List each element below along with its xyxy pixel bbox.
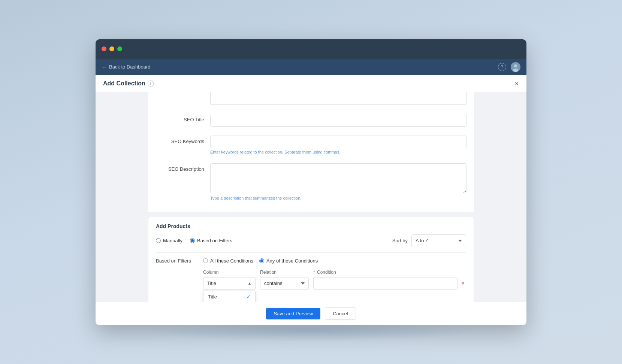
condition-header-label: * Condition [313,270,466,275]
form-section-top: SEO Title SEO Keywords Enter keywords re… [148,92,474,212]
footer: Save and Preview Cancel [96,302,526,325]
seo-description-wrap: Type a description that summarizes the c… [210,163,466,200]
sort-select[interactable]: A to Z Z to A Price: Low to High Price: … [411,234,466,247]
filter-condition-group: All these Conditions Any of these Condit… [203,258,318,264]
add-products-section: Add Products Manually Based on Filters [148,217,474,302]
seo-keywords-row: SEO Keywords Enter keywords related to t… [148,131,474,159]
seo-description-helper: Type a description that summarizes the c… [210,196,466,200]
seo-title-label: SEO Title [156,114,204,122]
back-label: Back to Dashboard [109,64,151,70]
seo-title-input[interactable] [210,114,466,127]
required-asterisk: * [313,270,315,275]
save-preview-button[interactable]: Save and Preview [266,308,320,319]
remove-condition-button[interactable]: × [460,280,466,286]
seo-description-label: SEO Description [156,163,204,172]
info-icon[interactable]: i [148,81,154,87]
filters-radio[interactable] [190,238,195,243]
cropped-input[interactable] [210,92,466,105]
all-conditions-option[interactable]: All these Conditions [203,258,253,264]
close-button[interactable]: × [514,80,519,87]
condition-headers: Column Relation * Condition [203,270,466,277]
seo-keywords-input[interactable] [210,136,466,148]
condition-table: Column Relation * Condition Titl [156,270,466,302]
back-arrow-icon: ← [102,64,107,70]
modal-header: Add Collection i × [96,75,526,92]
back-to-dashboard-link[interactable]: ← Back to Dashboard [102,64,151,70]
based-on-filters-label: Based on Filters [156,258,197,264]
column-header: Column [203,270,256,275]
avatar [511,62,520,72]
add-products-radio-group: Manually Based on Filters [156,238,232,243]
navbar-right: ? [498,62,520,72]
check-icon: ✓ [247,294,251,300]
all-conditions-label: All these Conditions [210,258,253,264]
desktop: ← Back to Dashboard ? Add Collection i [0,0,622,364]
any-conditions-radio[interactable] [259,258,264,263]
seo-title-row: SEO Title [148,109,474,131]
condition-value-input[interactable] [313,277,458,290]
traffic-red[interactable] [102,46,106,51]
products-row: Manually Based on Filters Sort by A to Z… [156,234,466,247]
sort-label: Sort by [392,238,408,243]
manually-option[interactable]: Manually [156,238,182,243]
any-conditions-label: Any of these Conditions [266,258,318,264]
sort-group: Sort by A to Z Z to A Price: Low to High… [392,234,466,247]
cancel-button[interactable]: Cancel [325,307,356,320]
modal-title: Add Collection [103,80,145,87]
relation-header: Relation [260,270,309,275]
titlebar [96,39,526,59]
column-dropdown-btn[interactable]: Title ▲ [203,277,256,290]
traffic-green[interactable] [117,46,122,51]
manually-label: Manually [163,238,182,243]
filters-section: Based on Filters All these Conditions An… [156,252,466,302]
manually-radio[interactable] [156,238,161,243]
navbar: ← Back to Dashboard ? [96,59,526,75]
svg-point-1 [514,64,517,67]
all-conditions-radio[interactable] [203,258,208,263]
relation-select[interactable]: contains does not contain equals not equ… [260,277,309,290]
seo-keywords-label: SEO Keywords [156,136,204,144]
column-selected-label: Title [207,280,216,286]
help-icon[interactable]: ? [498,63,506,71]
column-chevron-icon: ▲ [248,281,251,285]
filters-label: Based on Filters [197,238,232,243]
condition-row-1: Title ▲ Title ✓ [203,277,466,290]
add-products-title: Add Products [156,223,466,229]
filters-label-row: Based on Filters All these Conditions An… [156,258,466,264]
seo-description-textarea[interactable] [210,163,466,193]
condition-input-wrap: × [313,277,466,290]
window: ← Back to Dashboard ? Add Collection i [96,39,526,325]
modal-title-wrap: Add Collection i [103,80,154,87]
column-dropdown-wrap: Title ▲ Title ✓ [203,277,256,290]
seo-description-row: SEO Description Type a description that … [148,159,474,205]
seo-keywords-wrap: Enter keywords related to the collection… [210,136,466,154]
filters-option[interactable]: Based on Filters [190,238,232,243]
dropdown-item-title[interactable]: Title ✓ [203,291,255,302]
seo-title-wrap [210,114,466,127]
any-conditions-option[interactable]: Any of these Conditions [259,258,318,264]
seo-keywords-helper: Enter keywords related to the collection… [210,150,466,154]
content-area: SEO Title SEO Keywords Enter keywords re… [96,92,526,302]
cropped-row [148,92,474,109]
column-dropdown-menu: Title ✓ Price Brand [203,291,256,302]
traffic-yellow[interactable] [109,46,114,51]
